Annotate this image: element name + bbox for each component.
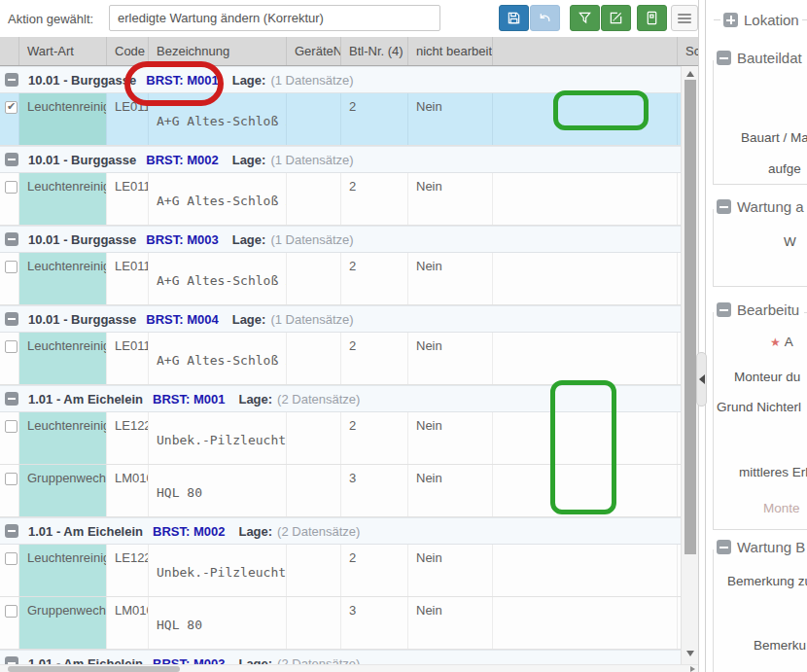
row-checkbox[interactable] [5, 101, 18, 114]
table-row[interactable]: Leuchtenreinigung LE011 A+G Altes-Schloß… [0, 253, 698, 305]
collapse-group-icon[interactable] [5, 312, 18, 326]
save-icon [507, 11, 521, 25]
bezeichnung-cell: A+G Altes-Schloß Aufsatzl. [149, 333, 287, 384]
row-checkbox[interactable] [5, 261, 18, 273]
nicht-bearbeitbar-cell: Nein [408, 173, 493, 225]
code-cell: LE011 [107, 93, 149, 145]
collapse-group-icon[interactable] [5, 73, 18, 87]
collapse-section-icon[interactable] [717, 540, 731, 554]
scroll-up-icon[interactable] [686, 71, 694, 77]
checkbox-cell [0, 597, 19, 649]
group-header: 10.01 - Burggasse BRST: M001 Lage: (1 Da… [0, 66, 698, 93]
col-empty[interactable] [493, 37, 678, 65]
group-header: 10.01 - Burggasse BRST: M002 Lage: (1 Da… [0, 146, 698, 173]
empty-cell [493, 465, 678, 516]
wart-art-cell: Gruppenwechsel [19, 597, 107, 649]
geraetenr-cell [287, 253, 341, 304]
group-location: 10.01 - Burggasse [28, 312, 136, 327]
collapse-group-icon[interactable] [5, 392, 18, 406]
group-count: (1 Datensätze) [270, 312, 353, 327]
collapse-section-icon[interactable] [717, 199, 731, 214]
bezeichnung-cell: HQL 80 [149, 597, 287, 649]
table-row[interactable]: Leuchtenreinigung LE011 A+G Altes-Schloß… [0, 93, 698, 146]
code-cell: LE011 [107, 173, 149, 225]
expand-section-icon[interactable] [723, 13, 738, 27]
geraetenr-cell [287, 597, 341, 649]
field-label-required: ★A [770, 335, 793, 349]
table-row[interactable]: Gruppenwechsel LM010 HQL 80 3 Nein [0, 597, 698, 650]
group-header: 1.01 - Am Eichelein BRST: M002 Lage: (2 … [0, 517, 698, 545]
section-title: Lokation [744, 12, 799, 28]
btl-nr-cell: 2 [341, 412, 408, 464]
field-label-grund: Grund Nichterl [717, 400, 801, 414]
field-label-w: W [784, 234, 796, 249]
empty-cell [493, 545, 678, 596]
empty-cell [493, 253, 678, 304]
scroll-right-icon[interactable] [690, 666, 695, 672]
row-checkbox[interactable] [5, 552, 18, 565]
nicht-bearbeitbar-cell: Nein [408, 253, 493, 304]
panel-splitter[interactable] [698, 0, 706, 672]
collapse-section-icon[interactable] [717, 302, 731, 317]
col-sc[interactable]: Sc [678, 37, 698, 65]
collapse-section-icon[interactable] [717, 51, 731, 65]
horizontal-scrollbar[interactable] [0, 664, 698, 672]
col-bezeichnung[interactable]: Bezeichnung [149, 37, 287, 65]
edit-icon [609, 11, 623, 25]
row-checkbox[interactable] [5, 605, 18, 618]
row-checkbox[interactable] [5, 181, 18, 194]
col-geraetenr[interactable]: GeräteNr. [287, 37, 341, 65]
action-select[interactable] [109, 5, 440, 31]
filter-button[interactable] [570, 5, 600, 31]
table-row[interactable]: Gruppenwechsel LM010 HQL 80 3 Nein [0, 465, 698, 517]
checkbox-cell [0, 333, 19, 384]
journal-button[interactable] [637, 5, 667, 31]
hamburger-icon [678, 12, 691, 25]
geraetenr-cell [287, 465, 341, 516]
group-count: (1 Datensätze) [270, 232, 353, 247]
required-icon: ★ [770, 336, 781, 349]
scroll-down-icon[interactable] [686, 651, 694, 656]
panel-collapse-handle[interactable] [696, 352, 707, 407]
edit-button[interactable] [601, 5, 631, 31]
table-row[interactable]: Leuchtenreinigung LE011 A+G Altes-Schloß… [0, 173, 698, 226]
col-checkbox[interactable] [0, 37, 19, 65]
empty-cell [493, 333, 678, 384]
collapse-group-icon[interactable] [5, 153, 18, 166]
col-btl-nr[interactable]: Btl-Nr. (4)↑ [341, 37, 408, 65]
checkbox-cell [0, 253, 19, 304]
menu-button[interactable] [671, 5, 698, 31]
bezeichnung-cell: Unbek.-Pilzleuchte (1) [149, 545, 287, 596]
empty-cell [493, 93, 678, 145]
collapse-group-icon[interactable] [5, 524, 18, 538]
table-row[interactable]: Leuchtenreinigung LE122 Unbek.-Pilzleuch… [0, 545, 698, 597]
col-nicht-bearbeitbar[interactable]: nicht bearbeitbar [408, 37, 493, 65]
group-location: 1.01 - Am Eichelein [28, 392, 143, 407]
vertical-scrollbar-thumb[interactable] [684, 80, 696, 554]
group-header: 10.01 - Burggasse BRST: M004 Lage: (1 Da… [0, 305, 698, 333]
nicht-bearbeitbar-cell: Nein [408, 465, 493, 516]
group-location: 10.01 - Burggasse [28, 73, 136, 88]
collapse-group-icon[interactable] [5, 232, 18, 246]
row-checkbox[interactable] [5, 473, 18, 485]
table-row[interactable]: Leuchtenreinigung LE011 A+G Altes-Schloß… [0, 333, 698, 385]
checkbox-cell [0, 173, 19, 225]
horizontal-scrollbar-thumb[interactable] [8, 666, 180, 672]
row-checkbox[interactable] [5, 420, 18, 433]
field-label-bauart: Bauart / Ma [741, 130, 807, 145]
col-wart-art[interactable]: Wart-Art [19, 37, 107, 65]
app-window: Aktion gewählt: Wart-Art Code Bezeichnun… [0, 0, 807, 672]
table-row[interactable]: Leuchtenreinigung LE122 Unbek.-Pilzleuch… [0, 412, 698, 465]
save-button[interactable] [499, 5, 529, 31]
code-cell: LM010 [107, 465, 149, 516]
nicht-bearbeitbar-cell: Nein [408, 333, 493, 384]
col-code[interactable]: Code [107, 37, 149, 65]
section-wartung-b-box [713, 549, 807, 672]
geraetenr-cell [287, 93, 341, 145]
code-cell: LE011 [107, 253, 149, 304]
group-brst: BRST: M002 [153, 524, 225, 539]
group-lage-label: Lage: [232, 232, 266, 247]
btl-nr-cell: 2 [341, 333, 408, 384]
row-checkbox[interactable] [5, 340, 18, 353]
undo-button[interactable] [530, 5, 560, 31]
